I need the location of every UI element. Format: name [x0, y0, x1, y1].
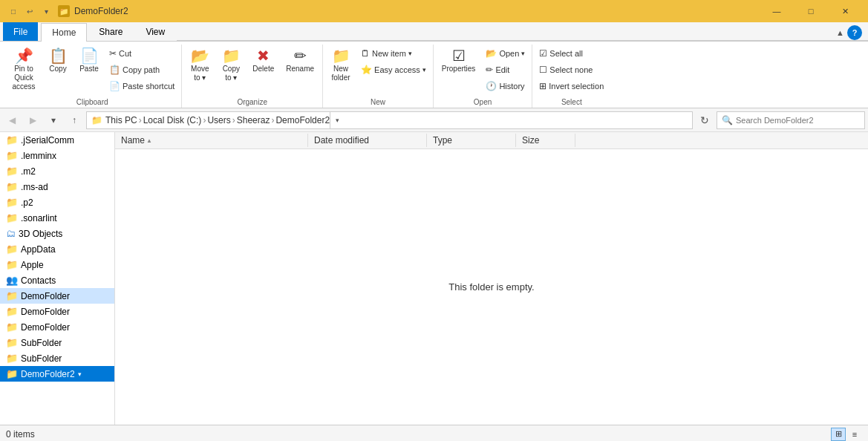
folder-icon-lemminx: 📁 — [6, 150, 18, 161]
new-item-btn[interactable]: 🗒 New item ▾ — [357, 46, 430, 61]
select-none-btn[interactable]: ☐ Select none — [535, 62, 607, 77]
copy-to-btn[interactable]: 📁 Copy to ▾ — [216, 45, 246, 86]
select-all-icon: ☑ — [539, 48, 547, 59]
folder-icon-demofolder2-selected: 📁 — [6, 368, 18, 379]
move-icon: 📂 — [191, 48, 209, 63]
path-dropdown-btn[interactable]: ▾ — [330, 111, 345, 129]
invert-selection-btn[interactable]: ⊞ Invert selection — [535, 79, 607, 94]
nav-item-subfolder2[interactable]: 📁 SubFolder — [0, 350, 114, 366]
history-btn[interactable]: 🕐 History — [482, 79, 529, 94]
close-btn[interactable]: ✕ — [828, 0, 862, 22]
pin-icon: 📌 — [15, 48, 33, 63]
easy-access-btn[interactable]: ⭐ Easy access ▾ — [357, 62, 430, 77]
properties-btn[interactable]: ☑ Properties — [437, 45, 481, 76]
qa-dropdown-btn[interactable]: ▾ — [39, 4, 53, 19]
col-header-name[interactable]: Name ▲ — [115, 134, 308, 147]
refresh-btn[interactable]: ↻ — [696, 111, 714, 129]
cut-btn[interactable]: ✂ Cut — [105, 46, 178, 61]
open-icon: 📂 — [486, 48, 497, 59]
search-input[interactable] — [736, 116, 860, 125]
new-small-col: 🗒 New item ▾ ⭐ Easy access ▾ — [357, 45, 430, 79]
col-header-size[interactable]: Size — [516, 134, 575, 147]
folder-icon-p2: 📁 — [6, 197, 18, 208]
folder-icon-apple: 📁 — [6, 259, 18, 270]
nav-item-jserialcomm[interactable]: 📁 .jSerialComm — [0, 132, 114, 148]
nav-item-lemminx[interactable]: 📁 .lemminx — [0, 148, 114, 163]
folder-icon: 📁 — [58, 5, 70, 17]
forward-btn[interactable]: ▶ — [24, 111, 42, 129]
search-box[interactable]: 🔍 — [717, 111, 865, 129]
view-details-btn[interactable]: ≡ — [847, 428, 862, 441]
tab-home[interactable]: Home — [41, 23, 87, 42]
open-btn[interactable]: 📂 Open ▾ — [482, 46, 529, 61]
properties-icon: ☑ — [452, 48, 466, 63]
nav-item-demofolder1[interactable]: 📁 DemoFolder — [0, 288, 114, 304]
window-title: DemoFolder2 — [74, 6, 128, 16]
rename-btn[interactable]: ✏ Rename — [281, 45, 319, 76]
ribbon-group-organize: 📂 Move to ▾ 📁 Copy to ▾ ✖ Delete ✏ Renam… — [182, 45, 323, 108]
maximize-btn[interactable]: □ — [794, 0, 828, 22]
paste-icon: 📄 — [80, 48, 99, 63]
open-small-col: 📂 Open ▾ ✏ Edit 🕐 History — [482, 45, 529, 95]
address-path[interactable]: 📁 This PC › Local Disk (C:) › Users › Sh… — [86, 111, 693, 129]
empty-message: This folder is empty. — [448, 281, 534, 293]
edit-btn[interactable]: ✏ Edit — [482, 62, 529, 77]
new-buttons: 📁 New folder 🗒 New item ▾ ⭐ Easy access … — [326, 45, 430, 95]
up-btn[interactable]: ↑ — [65, 111, 83, 129]
nav-item-m2[interactable]: 📁 .m2 — [0, 163, 114, 179]
nav-item-demofolder2-selected[interactable]: 📁 DemoFolder2 ▾ — [0, 366, 114, 382]
col-header-type[interactable]: Type — [427, 134, 516, 147]
ribbon-collapse-btn[interactable]: ▲ — [836, 28, 844, 37]
cut-icon: ✂ — [109, 48, 117, 59]
copy-btn[interactable]: 📋 Copy — [43, 45, 73, 76]
save-qa-btn[interactable]: □ — [6, 4, 21, 19]
tab-share[interactable]: Share — [88, 22, 134, 41]
recent-btn[interactable]: ▾ — [45, 111, 62, 129]
new-folder-icon: 📁 — [332, 48, 350, 63]
nav-item-contacts[interactable]: 👥 Contacts — [0, 272, 114, 288]
sort-arrow-name: ▲ — [146, 137, 152, 144]
paste-shortcut-icon: 📄 — [109, 81, 120, 91]
paste-btn[interactable]: 📄 Paste — [74, 45, 104, 76]
path-this-pc[interactable]: This PC — [105, 115, 137, 125]
tab-view[interactable]: View — [134, 22, 176, 41]
back-btn[interactable]: ◀ — [3, 111, 21, 129]
folder-icon-jserialcomm: 📁 — [6, 134, 18, 146]
organize-label: Organize — [185, 95, 319, 108]
easy-access-icon: ⭐ — [361, 65, 372, 75]
path-users[interactable]: Users — [207, 115, 230, 125]
view-large-icons-btn[interactable]: ⊞ — [831, 428, 846, 441]
path-demofolder2[interactable]: DemoFolder2 — [275, 115, 330, 125]
folder-icon-demofolder1: 📁 — [6, 290, 18, 301]
pin-quick-access-btn[interactable]: 📌 Pin to Quick access — [6, 45, 42, 95]
folder-icon-m2: 📁 — [6, 166, 18, 177]
nav-item-apple[interactable]: 📁 Apple — [0, 257, 114, 272]
nav-item-msad[interactable]: 📁 .ms-ad — [0, 179, 114, 195]
search-icon: 🔍 — [722, 115, 733, 125]
copy-path-btn[interactable]: 📋 Copy path — [105, 62, 178, 77]
delete-icon: ✖ — [257, 48, 270, 63]
new-folder-btn[interactable]: 📁 New folder — [326, 45, 356, 86]
nav-item-p2[interactable]: 📁 .p2 — [0, 195, 114, 210]
select-all-btn[interactable]: ☑ Select all — [535, 46, 607, 61]
col-header-date[interactable]: Date modified — [308, 134, 427, 147]
path-local-disk[interactable]: Local Disk (C:) — [143, 115, 202, 125]
nav-item-demofolder2a[interactable]: 📁 DemoFolder — [0, 304, 114, 319]
path-sheeraz[interactable]: Sheeraz — [237, 115, 270, 125]
undo-qa-btn[interactable]: ↩ — [22, 4, 37, 19]
tab-file[interactable]: File — [3, 22, 38, 41]
delete-btn[interactable]: ✖ Delete — [247, 45, 279, 76]
nav-item-subfolder1[interactable]: 📁 SubFolder — [0, 335, 114, 350]
minimize-btn[interactable]: — — [760, 0, 794, 22]
help-btn[interactable]: ? — [847, 25, 862, 40]
ribbon-group-new: 📁 New folder 🗒 New item ▾ ⭐ Easy access … — [323, 45, 434, 108]
nav-item-demofolder2b[interactable]: 📁 DemoFolder — [0, 319, 114, 335]
paste-shortcut-btn[interactable]: 📄 Paste shortcut — [105, 79, 178, 94]
path-folder-icon: 📁 — [91, 115, 102, 125]
select-col: ☑ Select all ☐ Select none ⊞ Invert sele… — [535, 45, 607, 95]
move-to-btn[interactable]: 📂 Move to ▾ — [185, 45, 215, 86]
nav-item-sonarlint[interactable]: 📁 .sonarlint — [0, 210, 114, 226]
new-label: New — [326, 95, 430, 108]
nav-item-3dobjects[interactable]: 🗂 3D Objects — [0, 226, 114, 241]
nav-item-appdata[interactable]: 📁 AppData — [0, 241, 114, 257]
